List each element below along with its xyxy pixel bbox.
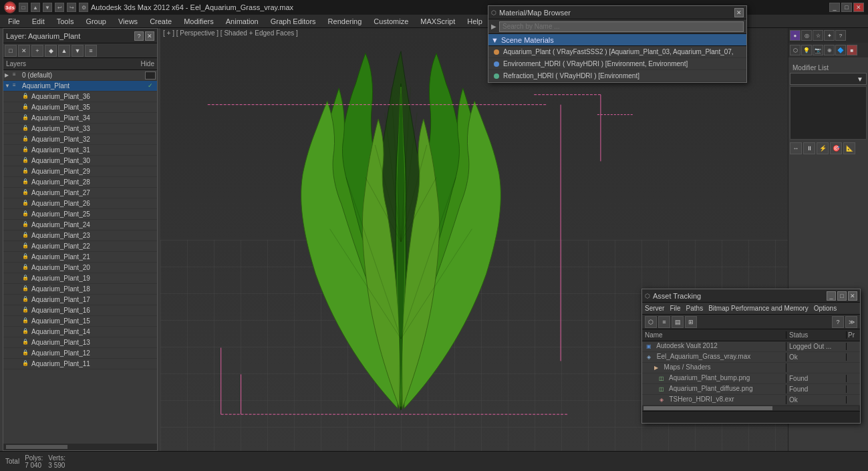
rt-icon-space[interactable]: 🔷 bbox=[835, 45, 846, 55]
layer-item-plant27[interactable]: 🔒 Aquarium_Plant_27 bbox=[3, 188, 157, 198]
at-btn-help[interactable]: ? bbox=[832, 316, 844, 328]
layer-new-btn[interactable]: □ bbox=[5, 45, 17, 57]
mat-item-refraction-hdri[interactable]: Refraction_HDRI ( VRayHDRI ) [Environmen… bbox=[488, 70, 746, 82]
asset-close-btn[interactable]: ✕ bbox=[848, 291, 857, 301]
menu-views[interactable]: Views bbox=[113, 16, 143, 27]
at-btn-4[interactable]: ⊞ bbox=[685, 316, 697, 328]
layer-item-plant20[interactable]: 🔒 Aquarium_Plant_20 bbox=[3, 263, 157, 273]
layer-move-up-btn[interactable]: ▲ bbox=[58, 45, 70, 57]
rb-icon-move[interactable]: ↔ bbox=[790, 142, 802, 154]
layer-item-plant21[interactable]: 🔒 Aquarium_Plant_21 bbox=[3, 252, 157, 263]
rt-icon-5[interactable]: ? bbox=[835, 30, 846, 41]
layer-item-plant33[interactable]: 🔒 Aquarium_Plant_33 bbox=[3, 124, 157, 134]
rt-icon-mat[interactable]: ■ bbox=[847, 45, 857, 55]
asset-row-maxfile[interactable]: ◈ Eel_Aquarium_Grass_vray.max Ok bbox=[642, 352, 860, 363]
at-btn-1[interactable]: ⬡ bbox=[645, 316, 657, 328]
new-icon[interactable]: □ bbox=[19, 3, 28, 12]
layer-item-plant35[interactable]: 🔒 Aquarium_Plant_35 bbox=[3, 102, 157, 113]
menu-animation[interactable]: Animation bbox=[221, 16, 264, 27]
layer-item-plant18[interactable]: 🔒 Aquarium_Plant_18 bbox=[3, 284, 157, 295]
rt-icon-2[interactable]: ◎ bbox=[801, 30, 812, 41]
mat-browser-close-btn[interactable]: ✕ bbox=[734, 8, 744, 17]
menu-help[interactable]: Help bbox=[462, 16, 488, 27]
asset-row-bump[interactable]: ◫ Aquarium_Plant_bump.png Found bbox=[642, 373, 860, 384]
mat-browser-search-input[interactable] bbox=[499, 21, 744, 32]
layer-item-plant12[interactable]: 🔒 Aquarium_Plant_12 bbox=[3, 348, 157, 359]
menu-rendering[interactable]: Rendering bbox=[323, 16, 368, 27]
modifier-list-dropdown[interactable]: ▼ bbox=[790, 73, 867, 85]
minimize-button[interactable]: _ bbox=[829, 3, 840, 12]
layer-item-plant11[interactable]: 🔒 Aquarium_Plant_11 bbox=[3, 359, 157, 369]
layer-item-plant17[interactable]: 🔒 Aquarium_Plant_17 bbox=[3, 295, 157, 305]
rb-icon-measure[interactable]: 📐 bbox=[843, 142, 855, 154]
layer-item-plant25[interactable]: 🔒 Aquarium_Plant_25 bbox=[3, 209, 157, 220]
asset-row-vault[interactable]: ▣ Autodesk Vault 2012 Logged Out ... bbox=[642, 341, 860, 352]
layer-item-plant19[interactable]: 🔒 Aquarium_Plant_19 bbox=[3, 273, 157, 284]
close-button[interactable]: ✕ bbox=[853, 3, 864, 12]
rt-icon-obj[interactable]: ⬡ bbox=[790, 45, 801, 55]
layer-item-plant24[interactable]: 🔒 Aquarium_Plant_24 bbox=[3, 220, 157, 230]
layer-item-plant36[interactable]: 🔒 Aquarium_Plant_36 bbox=[3, 92, 157, 102]
layer-item-default[interactable]: ▶ ≡ 0 (default) bbox=[3, 70, 157, 81]
asset-menu-file[interactable]: File bbox=[670, 305, 680, 312]
menu-group[interactable]: Group bbox=[80, 16, 112, 27]
asset-menu-server[interactable]: Server bbox=[645, 305, 664, 312]
menu-edit[interactable]: Edit bbox=[27, 16, 50, 27]
layer-item-plant34[interactable]: 🔒 Aquarium_Plant_34 bbox=[3, 113, 157, 124]
layer-item-plant16[interactable]: 🔒 Aquarium_Plant_16 bbox=[3, 305, 157, 316]
settings-icon[interactable]: ⚙ bbox=[79, 3, 88, 12]
layers-help-btn[interactable]: ? bbox=[134, 31, 144, 41]
menu-customize[interactable]: Customize bbox=[368, 16, 414, 27]
rt-icon-4[interactable]: ✦ bbox=[824, 30, 835, 41]
at-btn-options[interactable]: ≫ bbox=[845, 316, 857, 328]
layer-delete-btn[interactable]: ✕ bbox=[18, 45, 30, 57]
mat-item-environment-hdri[interactable]: Environment_HDRI ( VRayHDRI ) [Environme… bbox=[488, 58, 746, 70]
layer-add-btn[interactable]: + bbox=[31, 45, 43, 57]
layer-item-plant14[interactable]: 🔒 Aquarium_Plant_14 bbox=[3, 327, 157, 337]
layer-item-plant29[interactable]: 🔒 Aquarium_Plant_29 bbox=[3, 166, 157, 177]
layer-move-down-btn[interactable]: ▼ bbox=[71, 45, 84, 57]
asset-row-diffuse[interactable]: ◫ Aquarium_Plant_diffuse.png Found bbox=[642, 384, 860, 395]
rb-icon-pause[interactable]: ⏸ bbox=[803, 142, 815, 154]
rb-icon-bolt[interactable]: ⚡ bbox=[817, 142, 829, 154]
rt-icon-light[interactable]: 💡 bbox=[801, 45, 812, 55]
layer-item-plant26[interactable]: 🔒 Aquarium_Plant_26 bbox=[3, 198, 157, 209]
layer-select-btn[interactable]: ◆ bbox=[45, 45, 57, 57]
asset-scrollbar[interactable] bbox=[642, 406, 860, 411]
layer-item-plant13[interactable]: 🔒 Aquarium_Plant_13 bbox=[3, 337, 157, 348]
rt-icon-helper[interactable]: ⊕ bbox=[824, 45, 835, 55]
at-btn-3[interactable]: ▤ bbox=[672, 316, 684, 328]
save-icon[interactable]: ▼ bbox=[43, 3, 52, 12]
undo-icon[interactable]: ↩ bbox=[55, 3, 64, 12]
asset-minimize-btn[interactable]: _ bbox=[827, 291, 836, 301]
asset-row-exr[interactable]: ◈ TSHero_HDRI_v8.exr Ok bbox=[642, 395, 860, 406]
menu-modifiers[interactable]: Modifiers bbox=[178, 16, 219, 27]
layer-item-plant30[interactable]: 🔒 Aquarium_Plant_30 bbox=[3, 156, 157, 166]
rt-icon-cam[interactable]: 📷 bbox=[813, 45, 823, 55]
layer-options-btn[interactable]: ≡ bbox=[85, 45, 97, 57]
asset-menu-options[interactable]: Options bbox=[814, 305, 837, 312]
mat-item-aquarium-plant[interactable]: Aquarium_Plant ( VRayFastSSS2 ) [Aquariu… bbox=[488, 46, 746, 58]
layer-item-plant15[interactable]: 🔒 Aquarium_Plant_15 bbox=[3, 316, 157, 327]
asset-restore-btn[interactable]: □ bbox=[837, 291, 847, 301]
layers-scrollbar-h[interactable] bbox=[3, 444, 157, 450]
layer-item-plant22[interactable]: 🔒 Aquarium_Plant_22 bbox=[3, 241, 157, 252]
asset-menu-bitmap[interactable]: Bitmap Performance and Memory bbox=[708, 305, 809, 312]
menu-create[interactable]: Create bbox=[144, 16, 177, 27]
layers-list[interactable]: ▶ ≡ 0 (default) ▼ ≡ Aquarium_Plant ✓ 🔒 A… bbox=[3, 70, 157, 444]
menu-file[interactable]: File bbox=[3, 16, 25, 27]
redo-icon[interactable]: ↪ bbox=[67, 3, 76, 12]
menu-maxscript[interactable]: MAXScript bbox=[415, 16, 460, 27]
rt-icon-1[interactable]: ● bbox=[790, 30, 801, 41]
restore-button[interactable]: □ bbox=[841, 3, 852, 12]
layer-item-plant31[interactable]: 🔒 Aquarium_Plant_31 bbox=[3, 145, 157, 156]
rb-icon-target[interactable]: 🎯 bbox=[830, 142, 842, 154]
asset-row-maps-folder[interactable]: ▶ Maps / Shaders bbox=[642, 363, 860, 373]
menu-tools[interactable]: Tools bbox=[51, 16, 80, 27]
layer-item-plant28[interactable]: 🔒 Aquarium_Plant_28 bbox=[3, 177, 157, 188]
at-btn-2[interactable]: ≡ bbox=[658, 316, 670, 328]
layer-vis-check[interactable] bbox=[145, 71, 156, 80]
layer-item-plant23[interactable]: 🔒 Aquarium_Plant_23 bbox=[3, 230, 157, 241]
open-icon[interactable]: ▲ bbox=[31, 3, 40, 12]
menu-graph-editors[interactable]: Graph Editors bbox=[265, 16, 321, 27]
